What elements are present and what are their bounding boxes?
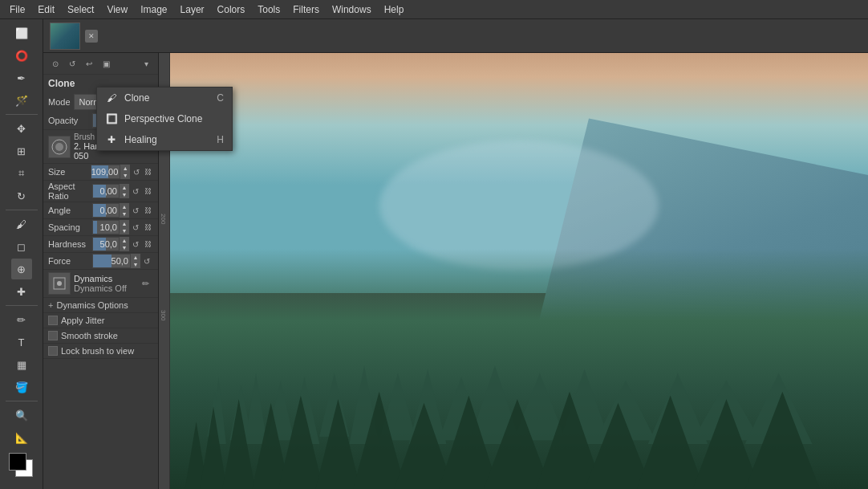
dropdown-item-perspective-clone[interactable]: 🔳 Perspective Clone bbox=[97, 108, 232, 129]
hardness-input[interactable]: 50,0 bbox=[92, 237, 120, 251]
dynamics-edit-button[interactable]: ✏ bbox=[137, 275, 153, 291]
tool-measure[interactable]: 📐 bbox=[11, 427, 32, 448]
apply-jitter-label: Apply Jitter bbox=[61, 316, 104, 325]
hardness-label: Hardness bbox=[48, 239, 92, 249]
size-row: Size 109,00 ▲ ▼ ↺ ⛓ bbox=[43, 164, 158, 181]
dynamics-options-row[interactable]: + Dynamics Options bbox=[43, 298, 158, 313]
menu-edit[interactable]: Edit bbox=[31, 0, 61, 18]
tool-rotate[interactable]: ↻ bbox=[11, 185, 32, 206]
apply-jitter-checkbox[interactable] bbox=[48, 316, 58, 325]
tool-zoom[interactable]: 🔍 bbox=[11, 405, 32, 426]
size-down[interactable]: ▼ bbox=[120, 172, 130, 179]
tool-path[interactable]: ✏ bbox=[11, 309, 32, 330]
panel-icon-1[interactable]: ⊙ bbox=[48, 56, 63, 71]
spacing-up[interactable]: ▲ bbox=[120, 220, 129, 227]
tool-move[interactable]: ✥ bbox=[11, 118, 32, 139]
angle-up[interactable]: ▲ bbox=[120, 203, 129, 210]
tool-align[interactable]: ⊞ bbox=[11, 141, 32, 161]
smooth-stroke-checkbox[interactable] bbox=[48, 331, 58, 340]
tool-free-select[interactable]: ✒ bbox=[11, 67, 32, 88]
tool-rect-select[interactable]: ⬜ bbox=[11, 22, 32, 43]
size-reset[interactable]: ↺ bbox=[130, 165, 142, 178]
lock-brush-label: Lock brush to view bbox=[61, 346, 134, 356]
brush-thumbnail[interactable] bbox=[48, 136, 71, 158]
force-reset[interactable]: ↺ bbox=[140, 255, 153, 267]
size-label: Size bbox=[48, 167, 91, 177]
menu-windows[interactable]: Windows bbox=[326, 0, 378, 18]
panel-menu-button[interactable]: ▾ bbox=[139, 56, 153, 71]
panel-icon-group: ⊙ ↺ ↩ ▣ bbox=[48, 56, 113, 71]
image-thumbnail[interactable] bbox=[50, 22, 80, 50]
force-down[interactable]: ▼ bbox=[131, 261, 140, 268]
menu-help[interactable]: Help bbox=[378, 0, 411, 18]
dropdown-item-clone-label: Clone bbox=[124, 92, 149, 104]
svg-point-3 bbox=[57, 281, 62, 286]
force-input[interactable]: 50,0 bbox=[92, 254, 131, 268]
angle-row: Angle 0,00 ▲ ▼ ↺ ⛓ bbox=[43, 202, 158, 219]
angle-link[interactable]: ⛓ bbox=[142, 205, 153, 216]
dynamics-label: Dynamics bbox=[74, 274, 134, 283]
menu-layer[interactable]: Layer bbox=[174, 0, 211, 18]
apply-jitter-row: Apply Jitter bbox=[43, 313, 158, 328]
toolbar-separator-4 bbox=[6, 401, 38, 401]
perspective-clone-menu-icon: 🔳 bbox=[105, 112, 118, 125]
menu-filters[interactable]: Filters bbox=[286, 0, 326, 18]
spacing-link[interactable]: ⛓ bbox=[142, 222, 153, 233]
menu-select[interactable]: Select bbox=[61, 0, 100, 18]
spacing-row: Spacing 10,0 ▲ ▼ ↺ ⛓ bbox=[43, 219, 158, 236]
aspect-ratio-up[interactable]: ▲ bbox=[120, 184, 129, 191]
tool-gradient[interactable]: ▦ bbox=[11, 354, 32, 375]
angle-reset[interactable]: ↺ bbox=[129, 204, 142, 217]
size-input[interactable]: 109,00 bbox=[91, 165, 121, 179]
svg-point-1 bbox=[55, 143, 63, 151]
size-up[interactable]: ▲ bbox=[120, 165, 130, 172]
toolbar-separator-1 bbox=[6, 114, 38, 115]
dropdown-item-healing[interactable]: ✚ Healing H bbox=[97, 129, 232, 150]
tool-text[interactable]: T bbox=[11, 332, 32, 352]
tool-crop[interactable]: ⌗ bbox=[11, 163, 32, 184]
foreground-color-swatch[interactable] bbox=[9, 453, 26, 471]
spacing-value: 10,0 bbox=[93, 222, 119, 232]
spacing-reset[interactable]: ↺ bbox=[129, 221, 142, 234]
hardness-link[interactable]: ⛓ bbox=[142, 238, 153, 250]
healing-menu-icon: ✚ bbox=[105, 133, 118, 146]
angle-down[interactable]: ▼ bbox=[120, 210, 129, 218]
aspect-ratio-link[interactable]: ⛓ bbox=[142, 185, 153, 197]
menu-colors[interactable]: Colors bbox=[211, 0, 252, 18]
hardness-down[interactable]: ▼ bbox=[120, 244, 129, 251]
menu-file[interactable]: File bbox=[3, 0, 31, 18]
aspect-ratio-down[interactable]: ▼ bbox=[120, 191, 129, 198]
canvas-area[interactable] bbox=[170, 53, 868, 489]
hardness-reset[interactable]: ↺ bbox=[129, 238, 142, 251]
tool-eraser[interactable]: ◻ bbox=[11, 236, 32, 257]
lock-brush-row: Lock brush to view bbox=[43, 344, 158, 359]
spacing-input[interactable]: 10,0 bbox=[92, 220, 120, 234]
tool-clone[interactable]: ⊕ bbox=[11, 259, 32, 279]
size-link[interactable]: ⛓ bbox=[143, 166, 153, 177]
spacing-label: Spacing bbox=[48, 222, 92, 232]
tool-ellipse-select[interactable]: ⭕ bbox=[11, 45, 32, 66]
aspect-ratio-value: 0,00 bbox=[93, 186, 119, 196]
lock-brush-checkbox[interactable] bbox=[48, 346, 58, 356]
hardness-up[interactable]: ▲ bbox=[120, 237, 129, 244]
force-up[interactable]: ▲ bbox=[131, 254, 140, 261]
dynamics-options-label: Dynamics Options bbox=[56, 300, 128, 310]
panel-icon-2[interactable]: ↺ bbox=[65, 56, 79, 71]
tool-heal[interactable]: ✚ bbox=[11, 281, 32, 302]
panel-icon-3[interactable]: ↩ bbox=[82, 56, 96, 71]
dropdown-item-clone[interactable]: 🖌 Clone C bbox=[97, 88, 232, 108]
menu-view[interactable]: View bbox=[100, 0, 134, 18]
close-thumbnail-button[interactable]: ✕ bbox=[85, 30, 98, 43]
tool-paint[interactable]: 🖌 bbox=[11, 214, 32, 234]
spacing-down[interactable]: ▼ bbox=[120, 227, 129, 234]
menu-image[interactable]: Image bbox=[134, 0, 173, 18]
tool-fill[interactable]: 🪣 bbox=[11, 377, 32, 397]
dynamics-icon bbox=[48, 272, 71, 295]
dynamics-row: Dynamics Dynamics Off ✏ bbox=[43, 270, 158, 298]
angle-input[interactable]: 0,00 bbox=[92, 203, 120, 218]
tool-fuzzy-select[interactable]: 🪄 bbox=[11, 90, 32, 111]
aspect-ratio-input[interactable]: 0,00 bbox=[92, 184, 120, 198]
menu-tools[interactable]: Tools bbox=[251, 0, 286, 18]
panel-icon-4[interactable]: ▣ bbox=[99, 56, 113, 71]
aspect-ratio-reset[interactable]: ↺ bbox=[129, 185, 142, 198]
